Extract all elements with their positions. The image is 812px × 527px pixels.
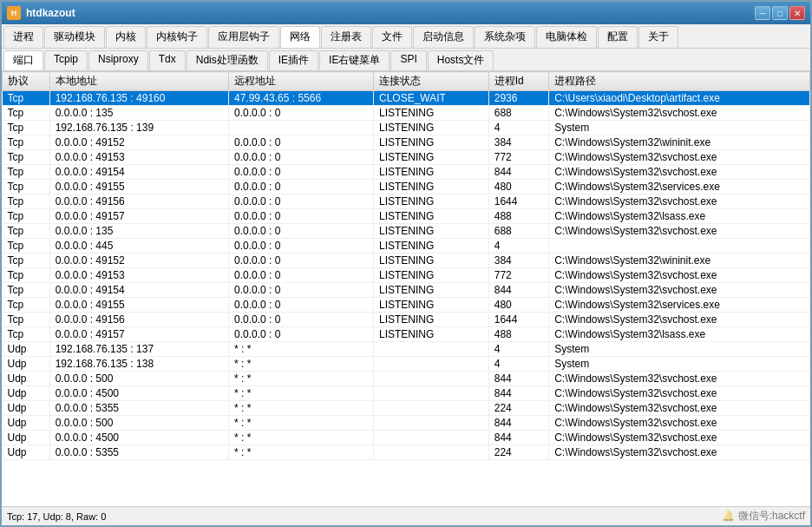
cell-协议: Tcp bbox=[3, 224, 50, 239]
maximize-button[interactable]: □ bbox=[772, 6, 788, 20]
menu-tab-电脑体检[interactable]: 电脑体检 bbox=[536, 26, 597, 48]
cell-本地地址: 0.0.0.0 : 4500 bbox=[49, 431, 228, 445]
close-button[interactable]: ✕ bbox=[789, 6, 805, 20]
cell-进程路径: System bbox=[549, 342, 810, 357]
menu-tab-进程[interactable]: 进程 bbox=[3, 26, 43, 48]
cell-进程id: 4 bbox=[488, 239, 548, 254]
table-row[interactable]: Tcp0.0.0.0 : 1350.0.0.0 : 0LISTENING688C… bbox=[3, 224, 810, 239]
menu-tab-配置[interactable]: 配置 bbox=[598, 26, 638, 48]
cell-协议: Tcp bbox=[3, 254, 50, 268]
table-row[interactable]: Tcp0.0.0.0 : 491520.0.0.0 : 0LISTENING38… bbox=[3, 254, 810, 268]
sub-tab-Tdx[interactable]: Tdx bbox=[149, 50, 186, 70]
menu-tab-系统杂项[interactable]: 系统杂项 bbox=[475, 26, 535, 48]
table-row[interactable]: Tcp0.0.0.0 : 491520.0.0.0 : 0LISTENING38… bbox=[3, 135, 810, 150]
table-row[interactable]: Udp192.168.76.135 : 138* : *4System bbox=[3, 357, 810, 372]
cell-协议: Tcp bbox=[3, 194, 50, 209]
table-row[interactable]: Tcp0.0.0.0 : 1350.0.0.0 : 0LISTENING688C… bbox=[3, 106, 810, 121]
table-row[interactable]: Udp0.0.0.0 : 500* : *844C:\Windows\Syste… bbox=[3, 372, 810, 386]
menu-tab-驱动模块[interactable]: 驱动模块 bbox=[44, 26, 105, 48]
table-container[interactable]: 协议本地地址远程地址连接状态进程Id进程路径 Tcp192.168.76.135… bbox=[2, 71, 810, 506]
menu-tab-网络[interactable]: 网络 bbox=[280, 26, 320, 48]
sub-tab-Ndis处理函数[interactable]: Ndis处理函数 bbox=[187, 50, 268, 70]
cell-本地地址: 0.0.0.0 : 49153 bbox=[49, 268, 228, 283]
cell-进程路径: C:\Windows\System32\svchost.exe bbox=[549, 372, 810, 386]
cell-远程地址: 0.0.0.0 : 0 bbox=[229, 254, 374, 268]
table-row[interactable]: Tcp0.0.0.0 : 491540.0.0.0 : 0LISTENING84… bbox=[3, 165, 810, 180]
cell-连接状态: LISTENING bbox=[373, 150, 488, 165]
table-row[interactable]: Udp0.0.0.0 : 4500* : *844C:\Windows\Syst… bbox=[3, 431, 810, 445]
cell-协议: Tcp bbox=[3, 180, 50, 194]
cell-进程id: 844 bbox=[488, 431, 548, 445]
cell-协议: Udp bbox=[3, 357, 50, 372]
sub-tab-Tcpip[interactable]: Tcpip bbox=[44, 50, 88, 70]
table-row[interactable]: Tcp0.0.0.0 : 491550.0.0.0 : 0LISTENING48… bbox=[3, 180, 810, 194]
cell-进程id: 4 bbox=[488, 121, 548, 135]
sub-tab-SPI[interactable]: SPI bbox=[390, 50, 426, 70]
cell-进程id: 844 bbox=[488, 416, 548, 431]
table-row[interactable]: Tcp0.0.0.0 : 4450.0.0.0 : 0LISTENING4 bbox=[3, 239, 810, 254]
cell-本地地址: 0.0.0.0 : 4500 bbox=[49, 386, 228, 401]
table-row[interactable]: Tcp0.0.0.0 : 491570.0.0.0 : 0LISTENING48… bbox=[3, 209, 810, 224]
table-row[interactable]: Tcp0.0.0.0 : 491540.0.0.0 : 0LISTENING84… bbox=[3, 283, 810, 298]
sub-tab-IE插件[interactable]: IE插件 bbox=[269, 50, 318, 70]
table-row[interactable]: Tcp0.0.0.0 : 491560.0.0.0 : 0LISTENING16… bbox=[3, 313, 810, 327]
cell-本地地址: 0.0.0.0 : 49156 bbox=[49, 313, 228, 327]
main-window: H htdkazout ─ □ ✕ 进程驱动模块内核内核钩子应用层钩子网络注册表… bbox=[0, 0, 812, 527]
cell-远程地址: * : * bbox=[229, 416, 374, 431]
cell-远程地址: * : * bbox=[229, 357, 374, 372]
table-row[interactable]: Udp0.0.0.0 : 5355* : *224C:\Windows\Syst… bbox=[3, 401, 810, 416]
cell-远程地址: 0.0.0.0 : 0 bbox=[229, 106, 374, 121]
title-bar: H htdkazout ─ □ ✕ bbox=[2, 2, 810, 24]
cell-协议: Tcp bbox=[3, 327, 50, 342]
cell-远程地址 bbox=[229, 121, 374, 135]
table-row[interactable]: Tcp192.168.76.135 : 139LISTENING4System bbox=[3, 121, 810, 135]
cell-协议: Udp bbox=[3, 445, 50, 460]
table-header-row: 协议本地地址远程地址连接状态进程Id进程路径 bbox=[3, 72, 810, 91]
col-header-协议: 协议 bbox=[3, 72, 50, 91]
sub-tab-Hosts文件[interactable]: Hosts文件 bbox=[428, 50, 494, 70]
table-row[interactable]: Udp0.0.0.0 : 5355* : *224C:\Windows\Syst… bbox=[3, 445, 810, 460]
table-row[interactable]: Tcp0.0.0.0 : 491560.0.0.0 : 0LISTENING16… bbox=[3, 194, 810, 209]
cell-进程路径: C:\Windows\System32\svchost.exe bbox=[549, 224, 810, 239]
menu-tab-文件[interactable]: 文件 bbox=[372, 26, 412, 48]
table-row[interactable]: Udp0.0.0.0 : 4500* : *844C:\Windows\Syst… bbox=[3, 386, 810, 401]
menu-tab-应用层钩子[interactable]: 应用层钩子 bbox=[208, 26, 279, 48]
cell-本地地址: 0.0.0.0 : 135 bbox=[49, 106, 228, 121]
table-row[interactable]: Tcp0.0.0.0 : 491550.0.0.0 : 0LISTENING48… bbox=[3, 298, 810, 313]
cell-进程id: 844 bbox=[488, 386, 548, 401]
table-row[interactable]: Udp192.168.76.135 : 137* : *4System bbox=[3, 342, 810, 357]
sub-tab-端口[interactable]: 端口 bbox=[3, 50, 43, 70]
menu-tab-启动信息[interactable]: 启动信息 bbox=[413, 26, 474, 48]
menu-tab-注册表[interactable]: 注册表 bbox=[321, 26, 371, 48]
cell-远程地址: 0.0.0.0 : 0 bbox=[229, 180, 374, 194]
menu-tab-关于[interactable]: 关于 bbox=[638, 26, 678, 48]
table-row[interactable]: Tcp192.168.76.135 : 4916047.99.43.65 : 5… bbox=[3, 91, 810, 106]
cell-协议: Udp bbox=[3, 401, 50, 416]
cell-进程id: 772 bbox=[488, 150, 548, 165]
cell-协议: Tcp bbox=[3, 165, 50, 180]
cell-进程路径: C:\Windows\System32\svchost.exe bbox=[549, 268, 810, 283]
cell-连接状态: LISTENING bbox=[373, 165, 488, 180]
sub-tab-IE右键菜单[interactable]: IE右键菜单 bbox=[319, 50, 390, 70]
cell-协议: Tcp bbox=[3, 298, 50, 313]
status-text: Tcp: 17, Udp: 8, Raw: 0 bbox=[7, 511, 106, 522]
menu-tab-内核[interactable]: 内核 bbox=[106, 26, 146, 48]
sub-tab-Nsiproxy[interactable]: Nsiproxy bbox=[88, 50, 148, 70]
table-row[interactable]: Tcp0.0.0.0 : 491530.0.0.0 : 0LISTENING77… bbox=[3, 150, 810, 165]
cell-远程地址: 47.99.43.65 : 5566 bbox=[229, 91, 374, 106]
cell-进程id: 488 bbox=[488, 209, 548, 224]
cell-远程地址: * : * bbox=[229, 342, 374, 357]
cell-本地地址: 0.0.0.0 : 445 bbox=[49, 239, 228, 254]
table-row[interactable]: Tcp0.0.0.0 : 491530.0.0.0 : 0LISTENING77… bbox=[3, 268, 810, 283]
cell-进程路径: C:\Windows\System32\svchost.exe bbox=[549, 106, 810, 121]
cell-进程路径: C:\Windows\System32\wininit.exe bbox=[549, 135, 810, 150]
cell-进程路径: C:\Windows\System32\services.exe bbox=[549, 180, 810, 194]
cell-进程id: 688 bbox=[488, 106, 548, 121]
cell-进程路径: C:\Windows\System32\svchost.exe bbox=[549, 431, 810, 445]
table-row[interactable]: Udp0.0.0.0 : 500* : *844C:\Windows\Syste… bbox=[3, 416, 810, 431]
table-row[interactable]: Tcp0.0.0.0 : 491570.0.0.0 : 0LISTENING48… bbox=[3, 327, 810, 342]
menu-tab-内核钩子[interactable]: 内核钩子 bbox=[147, 26, 207, 48]
cell-远程地址: 0.0.0.0 : 0 bbox=[229, 150, 374, 165]
minimize-button[interactable]: ─ bbox=[755, 6, 770, 20]
cell-连接状态: LISTENING bbox=[373, 135, 488, 150]
